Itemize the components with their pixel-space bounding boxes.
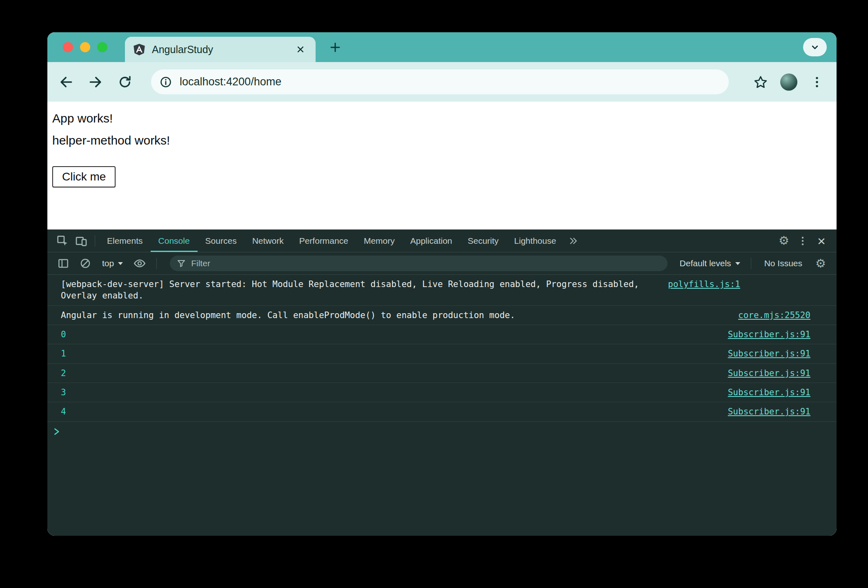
tab-sources[interactable]: Sources	[198, 229, 245, 252]
message-text: 1	[47, 348, 720, 359]
click-me-button[interactable]: Click me	[52, 166, 116, 187]
live-expression-button[interactable]	[130, 257, 149, 270]
site-info-button[interactable]	[157, 73, 175, 91]
tab-close-button[interactable]	[294, 42, 307, 56]
source-link[interactable]: polyfills.js:1	[668, 278, 766, 290]
tab-application[interactable]: Application	[403, 229, 460, 252]
source-link[interactable]: Subscriber.js:91	[728, 329, 837, 340]
forward-button[interactable]	[87, 74, 104, 90]
kebab-icon	[810, 75, 824, 89]
source-link[interactable]: Subscriber.js:91	[728, 348, 837, 359]
source-link[interactable]: Subscriber.js:91	[728, 406, 837, 417]
eye-icon	[133, 257, 146, 270]
bookmark-button[interactable]	[752, 73, 770, 91]
console-message: 3 Subscriber.js:91	[47, 383, 837, 402]
divider	[751, 258, 751, 269]
url-text[interactable]: localhost:4200/home	[180, 76, 281, 88]
back-icon	[58, 74, 74, 90]
message-text: 0	[47, 329, 720, 340]
tab-search-button[interactable]	[803, 38, 827, 56]
funnel-icon	[176, 258, 186, 268]
inspect-element-button[interactable]	[53, 229, 72, 252]
double-chevron-icon	[568, 236, 579, 246]
message-text: 3	[47, 387, 720, 398]
tab-console[interactable]: Console	[151, 229, 198, 252]
tab-memory[interactable]: Memory	[356, 229, 403, 252]
tab-network[interactable]: Network	[245, 229, 292, 252]
console-message: 2 Subscriber.js:91	[47, 364, 837, 383]
gear-icon: ⚙	[815, 258, 826, 270]
tab-lighthouse[interactable]: Lighthouse	[506, 229, 564, 252]
browser-tab[interactable]: AngularStudy	[125, 37, 316, 62]
console-message: Angular is running in development mode. …	[47, 306, 837, 325]
message-text: 4	[47, 406, 720, 417]
console-prompt[interactable]	[47, 422, 837, 436]
inspect-icon	[56, 234, 69, 247]
divider	[156, 258, 157, 269]
window-minimize-button[interactable]	[80, 42, 90, 52]
app-works-text: App works!	[52, 111, 837, 125]
filter-container[interactable]	[170, 256, 667, 271]
devtools-tabbar: Elements Console Sources Network Perform…	[47, 229, 837, 252]
divider	[95, 235, 95, 247]
console-message: 1 Subscriber.js:91	[47, 344, 837, 363]
console-output: [webpack-dev-server] Server started: Hot…	[47, 275, 837, 536]
filter-input[interactable]	[191, 258, 661, 268]
back-button[interactable]	[58, 74, 74, 90]
browser-window: AngularStudy	[47, 32, 837, 536]
console-sidebar-button[interactable]	[54, 257, 73, 270]
info-icon	[159, 76, 172, 89]
page-content: App works! helper-method works! Click me	[47, 102, 837, 229]
no-issues-badge[interactable]: No Issues	[759, 258, 808, 268]
helper-method-text: helper-method works!	[52, 134, 837, 147]
context-label: top	[102, 258, 114, 268]
browser-menu-button[interactable]	[808, 73, 826, 91]
devtools-settings-button[interactable]: ⚙	[775, 235, 793, 247]
devtools-tabbar-right: ⚙ ×	[775, 229, 837, 252]
source-link[interactable]: core.mjs:25520	[738, 310, 837, 321]
window-zoom-button[interactable]	[97, 42, 107, 52]
devtools-panel: Elements Console Sources Network Perform…	[47, 229, 837, 536]
tab-performance[interactable]: Performance	[292, 229, 356, 252]
console-message: 4 Subscriber.js:91	[47, 402, 837, 421]
prompt-chevron-icon	[53, 428, 61, 436]
profile-avatar[interactable]	[780, 74, 797, 91]
message-text: Angular is running in development mode. …	[47, 310, 730, 321]
close-icon: ×	[817, 234, 826, 248]
forward-icon	[88, 74, 103, 90]
context-selector[interactable]: top	[98, 258, 127, 268]
window-close-button[interactable]	[63, 42, 73, 52]
close-icon	[295, 44, 306, 55]
source-link[interactable]: Subscriber.js:91	[728, 387, 837, 398]
kebab-icon	[797, 235, 809, 247]
log-levels-dropdown[interactable]: Default levels	[677, 258, 743, 268]
reload-button[interactable]	[117, 74, 133, 90]
address-bar[interactable]: localhost:4200/home	[151, 69, 729, 94]
chevron-down-icon	[809, 42, 821, 53]
traffic-lights	[63, 42, 107, 52]
more-tabs-button[interactable]	[564, 229, 583, 252]
chevron-down-icon	[735, 262, 740, 265]
console-message: [webpack-dev-server] Server started: Hot…	[47, 275, 837, 306]
levels-label: Default levels	[680, 258, 731, 268]
clear-console-button[interactable]	[76, 257, 95, 270]
console-toolbar: top Default levels No	[47, 252, 837, 275]
tab-security[interactable]: Security	[460, 229, 506, 252]
devtools-close-button[interactable]: ×	[812, 234, 831, 248]
source-link[interactable]: Subscriber.js:91	[728, 368, 837, 379]
gear-icon: ⚙	[779, 235, 789, 247]
new-tab-button[interactable]	[327, 39, 343, 56]
console-settings-button[interactable]: ⚙	[811, 258, 830, 270]
angular-favicon-icon	[133, 43, 145, 56]
plus-icon	[329, 41, 342, 54]
sidebar-icon	[57, 257, 69, 270]
clear-icon	[79, 257, 91, 270]
reload-icon	[118, 75, 132, 89]
device-icon	[75, 234, 88, 247]
message-text: [webpack-dev-server] Server started: Hot…	[47, 278, 660, 302]
device-toolbar-button[interactable]	[72, 229, 91, 252]
tab-title: AngularStudy	[152, 44, 294, 56]
devtools-menu-button[interactable]	[793, 235, 812, 247]
message-text: 2	[47, 368, 720, 379]
tab-elements[interactable]: Elements	[99, 229, 151, 252]
